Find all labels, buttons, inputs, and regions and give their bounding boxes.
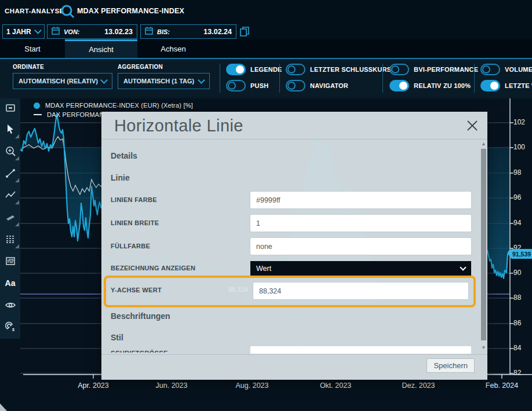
tab-achsen[interactable]: Achsen bbox=[137, 39, 209, 58]
y-tick-label: 100 bbox=[513, 143, 532, 151]
scrollbar-thumb[interactable] bbox=[481, 149, 486, 340]
toggle-relativ-zu-100[interactable]: RELATIV ZU 100% bbox=[389, 79, 471, 92]
drawing-toolbar: Aa bbox=[0, 98, 20, 339]
y-axis-value-input[interactable] bbox=[253, 282, 468, 299]
y-tick-label: 96 bbox=[513, 193, 532, 201]
calendar-icon bbox=[145, 27, 153, 37]
last-value-badge: 91,539 bbox=[508, 249, 532, 259]
chevron-down-icon bbox=[100, 76, 108, 84]
date-from-field[interactable]: VON: 13.02.23 bbox=[47, 24, 137, 39]
date-to-value: 13.02.24 bbox=[203, 28, 232, 36]
ordinate-select[interactable]: AUTOMATISCH (RELATIV) bbox=[13, 73, 112, 89]
toggle-switch[interactable] bbox=[286, 80, 305, 91]
toggle-switch[interactable] bbox=[226, 64, 246, 75]
toggle-label: LETZTE WER bbox=[505, 82, 532, 89]
aggregation-select[interactable]: AUTOMATISCH (1 TAG) bbox=[118, 73, 210, 89]
toggle-letzte-werte[interactable]: LETZTE WER bbox=[480, 79, 532, 92]
period-select[interactable]: 1 JAHR bbox=[2, 24, 45, 39]
section-linie: Linie bbox=[111, 173, 130, 182]
toggle-switch[interactable] bbox=[389, 64, 409, 75]
calendar-icon bbox=[52, 27, 60, 37]
x-tick-label: Apr. 2023 bbox=[69, 381, 118, 390]
fill-color-input[interactable] bbox=[250, 238, 471, 255]
toggle-label: LEGENDE bbox=[250, 66, 282, 73]
horizontal-line-dialog: Horizontale Linie Details Linie LINIEN F… bbox=[101, 112, 487, 379]
divider bbox=[474, 64, 475, 93]
tab-ansicht[interactable]: Ansicht bbox=[65, 39, 137, 58]
y-tick-label: 102 bbox=[513, 118, 532, 126]
scroll-up-icon[interactable]: ▲ bbox=[481, 142, 486, 146]
annotation-icon[interactable] bbox=[0, 250, 20, 272]
toggle-switch[interactable] bbox=[226, 80, 246, 91]
y-axis-value-label: Y-ACHSE WERT bbox=[111, 287, 162, 293]
x-tick-label: Jun. 2023 bbox=[147, 381, 196, 390]
date-from-label: VON: bbox=[64, 28, 80, 35]
toggle-legende[interactable]: LEGENDE bbox=[226, 63, 282, 76]
toggle-push[interactable]: PUSH bbox=[226, 79, 268, 92]
line-color-input[interactable] bbox=[250, 192, 471, 208]
zoom-in-icon[interactable] bbox=[0, 140, 20, 162]
y-tick-label: 98 bbox=[513, 168, 532, 177]
toggle-switch[interactable] bbox=[286, 64, 305, 75]
panel-minimize-icon[interactable] bbox=[0, 98, 20, 118]
toggle-label: RELATIV ZU 100% bbox=[414, 82, 471, 89]
clipped-field-input[interactable] bbox=[250, 346, 471, 354]
close-icon[interactable] bbox=[465, 119, 479, 135]
grid-icon[interactable] bbox=[0, 228, 20, 250]
line-color-label: LINIEN FARBE bbox=[111, 196, 157, 203]
y-tick-label: 90 bbox=[513, 269, 532, 277]
x-tick-label: Okt. 2023 bbox=[311, 381, 360, 390]
scroll-down-icon[interactable]: ▼ bbox=[481, 346, 486, 350]
text-tool-icon[interactable]: Aa bbox=[0, 272, 20, 294]
y-tick-label: 94 bbox=[513, 219, 532, 227]
dialog-footer: Speichern bbox=[101, 354, 487, 380]
copy-icon[interactable] bbox=[239, 26, 250, 39]
toggle-volumen[interactable]: VOLUMEN (S bbox=[480, 63, 532, 76]
y-tick-label: 84 bbox=[513, 344, 532, 352]
y-tick-label: 82 bbox=[513, 369, 532, 377]
tab-start[interactable]: Start bbox=[0, 39, 65, 58]
submenu-corner bbox=[15, 178, 19, 182]
divider bbox=[382, 64, 383, 93]
section-details: Details bbox=[111, 151, 137, 160]
clipped-field-label-text: SCHRIFTGRÖSSE bbox=[111, 350, 168, 353]
toggle-label: PUSH bbox=[250, 82, 268, 89]
toggle-label: LETZTER SCHLUSSKURS bbox=[310, 66, 391, 73]
chevron-down-icon bbox=[198, 76, 205, 84]
channel-icon[interactable] bbox=[0, 206, 20, 228]
toggle-label: BVI-PERFORMANCE bbox=[414, 66, 478, 73]
line-width-label: LINIEN BREITE bbox=[111, 219, 159, 226]
toggle-switch[interactable] bbox=[389, 80, 409, 91]
ordinate-label: ORDINATE bbox=[13, 64, 44, 70]
cursor-icon[interactable] bbox=[0, 118, 20, 140]
toggle-letzter-schlusskurs[interactable]: LETZTER SCHLUSSKURS bbox=[286, 63, 391, 76]
search-icon[interactable] bbox=[60, 3, 76, 22]
submenu-corner bbox=[15, 244, 19, 248]
toggle-navigator[interactable]: NAVIGATOR bbox=[286, 79, 348, 92]
section-beschriftungen: Beschriftungen bbox=[111, 311, 170, 321]
trendline-icon[interactable] bbox=[0, 162, 20, 184]
toggle-label: VOLUMEN (S bbox=[505, 66, 532, 73]
submenu-corner bbox=[15, 200, 19, 204]
magnet-icon[interactable] bbox=[0, 316, 20, 338]
chevron-down-icon bbox=[460, 264, 466, 270]
date-to-label: BIS: bbox=[157, 28, 170, 35]
line-width-input[interactable] bbox=[250, 215, 471, 232]
zigzag-icon[interactable] bbox=[0, 184, 20, 206]
show-label-select[interactable]: Wert bbox=[250, 261, 471, 276]
toggle-switch[interactable] bbox=[480, 80, 500, 91]
toggle-switch[interactable] bbox=[480, 64, 500, 75]
x-tick-label: Dez. 2023 bbox=[394, 381, 443, 390]
y-tick-label: 86 bbox=[513, 319, 532, 327]
instrument-name[interactable]: MDAX PERFORMANCE-INDEX bbox=[77, 7, 184, 15]
save-button[interactable]: Speichern bbox=[427, 358, 475, 373]
aggregation-value: AUTOMATISCH (1 TAG) bbox=[123, 78, 194, 85]
date-from-value: 13.02.23 bbox=[104, 28, 133, 36]
ordinate-value: AUTOMATISCH (RELATIV) bbox=[19, 78, 98, 85]
date-to-field[interactable]: BIS: 13.02.24 bbox=[140, 24, 236, 39]
toggle-bvi-performance[interactable]: BVI-PERFORMANCE bbox=[389, 63, 478, 76]
submenu-corner bbox=[15, 134, 19, 138]
divider bbox=[101, 139, 487, 140]
mdax-marker-icon bbox=[34, 102, 40, 109]
eye-icon[interactable] bbox=[0, 294, 20, 316]
